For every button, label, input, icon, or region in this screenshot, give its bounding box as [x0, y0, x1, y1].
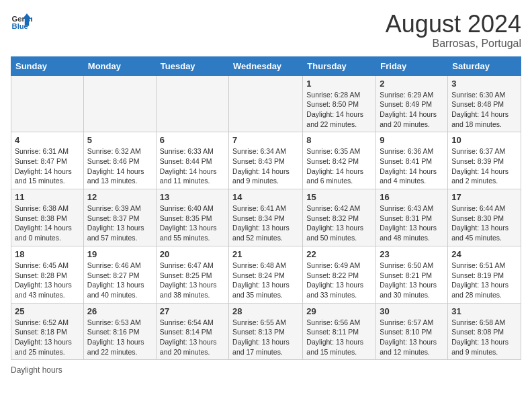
calendar-cell: 17Sunrise: 6:44 AM Sunset: 8:30 PM Dayli… [448, 189, 521, 246]
calendar-header: SundayMondayTuesdayWednesdayThursdayFrid… [11, 56, 521, 75]
logo: General Blue [11, 11, 32, 32]
day-info: Sunrise: 6:37 AM Sunset: 8:39 PM Dayligh… [451, 146, 517, 186]
daylight-label: Daylight hours [11, 365, 62, 375]
day-of-week-header: Monday [83, 56, 156, 75]
logo-icon: General Blue [11, 11, 32, 32]
day-number: 26 [87, 306, 152, 316]
calendar-cell: 11Sunrise: 6:38 AM Sunset: 8:38 PM Dayli… [11, 189, 84, 246]
day-info: Sunrise: 6:41 AM Sunset: 8:34 PM Dayligh… [232, 203, 299, 243]
day-info: Sunrise: 6:42 AM Sunset: 8:32 PM Dayligh… [306, 203, 372, 243]
calendar-cell: 30Sunrise: 6:57 AM Sunset: 8:10 PM Dayli… [376, 303, 448, 360]
calendar-cell: 13Sunrise: 6:40 AM Sunset: 8:35 PM Dayli… [156, 189, 228, 246]
day-info: Sunrise: 6:45 AM Sunset: 8:28 PM Dayligh… [15, 261, 80, 300]
day-info: Sunrise: 6:56 AM Sunset: 8:11 PM Dayligh… [306, 318, 372, 357]
day-number: 10 [451, 135, 517, 145]
calendar-cell [156, 75, 228, 132]
calendar-cell: 21Sunrise: 6:48 AM Sunset: 8:24 PM Dayli… [229, 246, 303, 303]
calendar-cell: 18Sunrise: 6:45 AM Sunset: 8:28 PM Dayli… [11, 246, 84, 303]
calendar-cell: 19Sunrise: 6:46 AM Sunset: 8:27 PM Dayli… [83, 246, 156, 303]
calendar-cell: 20Sunrise: 6:47 AM Sunset: 8:25 PM Dayli… [156, 246, 228, 303]
day-number: 3 [451, 79, 517, 89]
calendar-cell: 24Sunrise: 6:51 AM Sunset: 8:19 PM Dayli… [448, 246, 521, 303]
day-number: 25 [15, 306, 80, 316]
calendar-cell: 10Sunrise: 6:37 AM Sunset: 8:39 PM Dayli… [448, 132, 521, 189]
day-number: 31 [451, 306, 517, 316]
calendar-cell: 23Sunrise: 6:50 AM Sunset: 8:21 PM Dayli… [376, 246, 448, 303]
calendar-cell: 29Sunrise: 6:56 AM Sunset: 8:11 PM Dayli… [303, 303, 376, 360]
day-number: 8 [306, 135, 372, 145]
day-info: Sunrise: 6:49 AM Sunset: 8:22 PM Dayligh… [306, 261, 372, 300]
day-info: Sunrise: 6:36 AM Sunset: 8:41 PM Dayligh… [380, 146, 444, 186]
day-number: 13 [160, 192, 225, 202]
day-number: 12 [87, 192, 152, 202]
calendar-week-row: 18Sunrise: 6:45 AM Sunset: 8:28 PM Dayli… [11, 246, 521, 303]
day-number: 15 [306, 192, 372, 202]
day-number: 7 [232, 135, 299, 145]
day-info: Sunrise: 6:31 AM Sunset: 8:47 PM Dayligh… [15, 146, 80, 186]
day-number: 2 [380, 79, 444, 89]
calendar-cell: 25Sunrise: 6:52 AM Sunset: 8:18 PM Dayli… [11, 303, 84, 360]
day-number: 23 [380, 249, 444, 259]
day-info: Sunrise: 6:33 AM Sunset: 8:44 PM Dayligh… [160, 146, 225, 186]
calendar-cell: 7Sunrise: 6:34 AM Sunset: 8:43 PM Daylig… [229, 132, 303, 189]
calendar-cell: 6Sunrise: 6:33 AM Sunset: 8:44 PM Daylig… [156, 132, 228, 189]
calendar-cell: 3Sunrise: 6:30 AM Sunset: 8:48 PM Daylig… [448, 75, 521, 132]
day-number: 6 [160, 135, 225, 145]
day-info: Sunrise: 6:35 AM Sunset: 8:42 PM Dayligh… [306, 146, 372, 186]
calendar-cell: 2Sunrise: 6:29 AM Sunset: 8:49 PM Daylig… [376, 75, 448, 132]
day-info: Sunrise: 6:40 AM Sunset: 8:35 PM Dayligh… [160, 203, 225, 243]
day-number: 30 [380, 306, 444, 316]
day-info: Sunrise: 6:57 AM Sunset: 8:10 PM Dayligh… [380, 318, 444, 357]
calendar-week-row: 4Sunrise: 6:31 AM Sunset: 8:47 PM Daylig… [11, 132, 521, 189]
day-number: 20 [160, 249, 225, 259]
day-number: 1 [306, 79, 372, 89]
day-number: 24 [451, 249, 517, 259]
day-number: 21 [232, 249, 299, 259]
calendar-cell: 9Sunrise: 6:36 AM Sunset: 8:41 PM Daylig… [376, 132, 448, 189]
day-number: 22 [306, 249, 372, 259]
calendar-cell: 12Sunrise: 6:39 AM Sunset: 8:37 PM Dayli… [83, 189, 156, 246]
day-info: Sunrise: 6:44 AM Sunset: 8:30 PM Dayligh… [451, 203, 517, 243]
calendar-cell: 4Sunrise: 6:31 AM Sunset: 8:47 PM Daylig… [11, 132, 84, 189]
calendar-subtitle: Barrosas, Portugal [386, 38, 521, 50]
day-of-week-header: Friday [376, 56, 448, 75]
title-block: August 2024 Barrosas, Portugal [386, 11, 521, 50]
page-header: General Blue August 2024 Barrosas, Portu… [11, 11, 521, 50]
calendar-cell: 27Sunrise: 6:54 AM Sunset: 8:14 PM Dayli… [156, 303, 228, 360]
calendar-week-row: 25Sunrise: 6:52 AM Sunset: 8:18 PM Dayli… [11, 303, 521, 360]
day-of-week-header: Wednesday [229, 56, 303, 75]
day-info: Sunrise: 6:58 AM Sunset: 8:08 PM Dayligh… [451, 318, 517, 357]
calendar-title: August 2024 [386, 11, 521, 38]
day-info: Sunrise: 6:38 AM Sunset: 8:38 PM Dayligh… [15, 203, 80, 243]
calendar-cell: 5Sunrise: 6:32 AM Sunset: 8:46 PM Daylig… [83, 132, 156, 189]
calendar-week-row: 11Sunrise: 6:38 AM Sunset: 8:38 PM Dayli… [11, 189, 521, 246]
day-info: Sunrise: 6:48 AM Sunset: 8:24 PM Dayligh… [232, 261, 299, 300]
day-number: 4 [15, 135, 80, 145]
day-info: Sunrise: 6:43 AM Sunset: 8:31 PM Dayligh… [380, 203, 444, 243]
day-info: Sunrise: 6:53 AM Sunset: 8:16 PM Dayligh… [87, 318, 152, 357]
day-number: 27 [160, 306, 225, 316]
day-number: 17 [451, 192, 517, 202]
day-of-week-header: Thursday [303, 56, 376, 75]
day-number: 16 [380, 192, 444, 202]
day-of-week-header: Saturday [448, 56, 521, 75]
calendar-cell [229, 75, 303, 132]
calendar-cell [83, 75, 156, 132]
day-of-week-header: Sunday [11, 56, 84, 75]
day-number: 9 [380, 135, 444, 145]
calendar-cell: 14Sunrise: 6:41 AM Sunset: 8:34 PM Dayli… [229, 189, 303, 246]
calendar-cell: 22Sunrise: 6:49 AM Sunset: 8:22 PM Dayli… [303, 246, 376, 303]
calendar-week-row: 1Sunrise: 6:28 AM Sunset: 8:50 PM Daylig… [11, 75, 521, 132]
day-info: Sunrise: 6:39 AM Sunset: 8:37 PM Dayligh… [87, 203, 152, 243]
day-info: Sunrise: 6:51 AM Sunset: 8:19 PM Dayligh… [451, 261, 517, 300]
day-info: Sunrise: 6:46 AM Sunset: 8:27 PM Dayligh… [87, 261, 152, 300]
calendar-cell: 26Sunrise: 6:53 AM Sunset: 8:16 PM Dayli… [83, 303, 156, 360]
day-number: 19 [87, 249, 152, 259]
calendar-cell: 31Sunrise: 6:58 AM Sunset: 8:08 PM Dayli… [448, 303, 521, 360]
calendar-cell: 16Sunrise: 6:43 AM Sunset: 8:31 PM Dayli… [376, 189, 448, 246]
day-info: Sunrise: 6:54 AM Sunset: 8:14 PM Dayligh… [160, 318, 225, 357]
calendar-cell: 8Sunrise: 6:35 AM Sunset: 8:42 PM Daylig… [303, 132, 376, 189]
day-info: Sunrise: 6:32 AM Sunset: 8:46 PM Dayligh… [87, 146, 152, 186]
day-info: Sunrise: 6:47 AM Sunset: 8:25 PM Dayligh… [160, 261, 225, 300]
day-number: 5 [87, 135, 152, 145]
